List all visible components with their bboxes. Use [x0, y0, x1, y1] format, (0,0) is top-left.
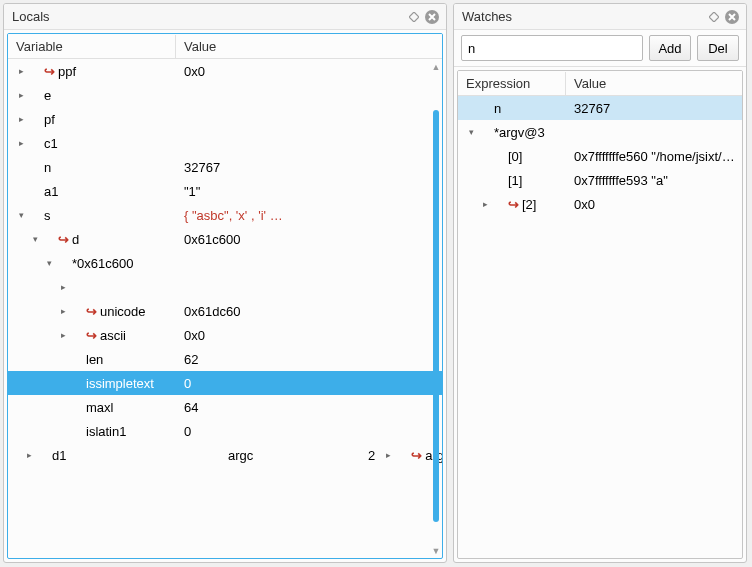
var-name: ppf [56, 64, 76, 79]
var-name: *argv@3 [492, 125, 545, 140]
undock-icon[interactable] [706, 9, 722, 25]
tree-row[interactable]: ▾*0x61c600 [8, 251, 442, 275]
var-value: "1" [176, 184, 442, 199]
expand-icon[interactable]: ▸ [56, 282, 70, 292]
var-value: 0x0 [566, 197, 742, 212]
tree-row[interactable]: ▸strref0x7ffffffffdf90: { "asbc", 'x' ▸d… [8, 443, 442, 467]
del-button[interactable]: Del [697, 35, 739, 61]
tree-row[interactable]: ·n32767 [8, 155, 442, 179]
tree-row[interactable]: ·islatin10 [8, 419, 442, 443]
tree-row[interactable]: ▾↪d0x61c600 [8, 227, 442, 251]
expand-icon[interactable]: ▸ [56, 306, 70, 316]
col-value[interactable]: Value [176, 35, 442, 58]
var-value: 0x7ffffffffdf90: { "asbc", 'x' [8, 448, 16, 463]
pointer-icon: ↪ [84, 304, 98, 319]
watches-header: Expression Value [458, 71, 742, 96]
locals-tree: Variable Value ▸↪ppf0x0▸e▸pf▸c1·n32767·a… [4, 30, 446, 562]
var-name: maxl [84, 400, 113, 415]
var-value: 0x61c600 [176, 232, 442, 247]
expand-icon[interactable]: ▾ [28, 234, 42, 244]
col-expression[interactable]: Expression [458, 72, 566, 95]
var-value: 0x0 [176, 328, 442, 343]
tree-row[interactable]: ▸↪ascii0x0 [8, 323, 442, 347]
pointer-icon: ↪ [84, 328, 98, 343]
col-value[interactable]: Value [566, 72, 742, 95]
var-value: 0x0 [176, 64, 442, 79]
var-name: n [42, 160, 51, 175]
expand-icon[interactable]: ▾ [464, 127, 478, 137]
tree-row[interactable]: ·len62 [8, 347, 442, 371]
tree-row[interactable]: ·argc2 [192, 443, 375, 467]
expand-icon[interactable]: ▸ [478, 199, 492, 209]
var-value: 32767 [566, 101, 742, 116]
expand-icon[interactable]: ▸ [14, 114, 28, 124]
var-value: 32767 [176, 160, 442, 175]
tree-row[interactable]: ·issimpletext0 [8, 371, 442, 395]
var-name: argc [226, 448, 253, 463]
var-name: e [42, 88, 51, 103]
watch-expression-input[interactable] [461, 35, 643, 61]
tree-row[interactable]: ▸ [8, 275, 442, 299]
pointer-icon: ↪ [409, 448, 423, 463]
tree-row[interactable]: ▸↪unicode0x61dc60 [8, 299, 442, 323]
watches-tree-body[interactable]: Expression Value ·n32767▾*argv@3·[0]0x7f… [457, 70, 743, 559]
expand-icon[interactable]: ▸ [14, 66, 28, 76]
tree-row[interactable]: ·a1"1" [8, 179, 442, 203]
expand-icon[interactable]: ▾ [14, 210, 28, 220]
expand-icon[interactable]: ▸ [56, 330, 70, 340]
expand-icon[interactable]: ▸ [381, 450, 395, 460]
var-value: 0x7fffffffe560 "/home/jsixt/Src/KD… [566, 149, 742, 164]
watches-title: Watches [462, 9, 704, 24]
tree-row[interactable]: ·[0]0x7fffffffe560 "/home/jsixt/Src/KD… [458, 144, 742, 168]
locals-titlebar: Locals [4, 4, 446, 30]
var-value: 0x7fffffffe593 "a" [566, 173, 742, 188]
locals-title: Locals [12, 9, 404, 24]
pointer-icon: ↪ [506, 197, 520, 212]
tree-row[interactable]: ▸c1 [8, 131, 442, 155]
var-name: c1 [42, 136, 58, 151]
scroll-down-icon[interactable]: ▼ [432, 544, 441, 558]
watches-titlebar: Watches [454, 4, 746, 30]
tree-row[interactable]: ·n32767 [458, 96, 742, 120]
add-button[interactable]: Add [649, 35, 691, 61]
tree-row[interactable]: ▾s{ "asbc", 'x' , 'i' … [8, 203, 442, 227]
close-icon[interactable] [724, 9, 740, 25]
scroll-thumb[interactable] [433, 110, 439, 522]
locals-panel: Locals Variable Value ▸↪ppf0x0▸e▸pf▸c1·n… [3, 3, 447, 563]
close-icon[interactable] [424, 9, 440, 25]
tree-row[interactable]: ▸pf [8, 107, 442, 131]
var-name: a1 [42, 184, 58, 199]
locals-tree-body[interactable]: Variable Value ▸↪ppf0x0▸e▸pf▸c1·n32767·a… [7, 33, 443, 559]
var-value: 0x61dc60 [176, 304, 442, 319]
pointer-icon: ↪ [42, 64, 56, 79]
var-name: s [42, 208, 51, 223]
scroll-up-icon[interactable]: ▲ [432, 60, 441, 74]
var-name: *0x61c600 [70, 256, 133, 271]
var-name: d [70, 232, 79, 247]
var-value: 0 [176, 376, 442, 391]
var-name: n [492, 101, 501, 116]
tree-row[interactable]: ▾*argv@3 [458, 120, 742, 144]
var-name: [0] [506, 149, 522, 164]
undock-icon[interactable] [406, 9, 422, 25]
var-name: pf [42, 112, 55, 127]
col-variable[interactable]: Variable [8, 35, 176, 58]
watches-toolbar: Add Del [454, 30, 746, 67]
var-name: unicode [98, 304, 146, 319]
tree-row[interactable]: ▸e [8, 83, 442, 107]
watches-tree: Expression Value ·n32767▾*argv@3·[0]0x7f… [454, 67, 746, 562]
tree-row[interactable]: ·maxl64 [8, 395, 442, 419]
pointer-icon: ↪ [56, 232, 70, 247]
expand-icon[interactable]: ▸ [22, 450, 36, 460]
expand-icon[interactable]: ▾ [42, 258, 56, 268]
expand-icon[interactable]: ▸ [14, 90, 28, 100]
tree-row[interactable]: ▸d1 [16, 443, 192, 467]
expand-icon[interactable]: ▸ [14, 138, 28, 148]
locals-scrollbar[interactable]: ▲ ▼ [430, 60, 442, 558]
var-name: issimpletext [84, 376, 154, 391]
tree-row[interactable]: ▸↪[2]0x0 [458, 192, 742, 216]
var-name: islatin1 [84, 424, 126, 439]
tree-row[interactable]: ▸↪ppf0x0 [8, 59, 442, 83]
var-value: 64 [176, 400, 442, 415]
tree-row[interactable]: ·[1]0x7fffffffe593 "a" [458, 168, 742, 192]
